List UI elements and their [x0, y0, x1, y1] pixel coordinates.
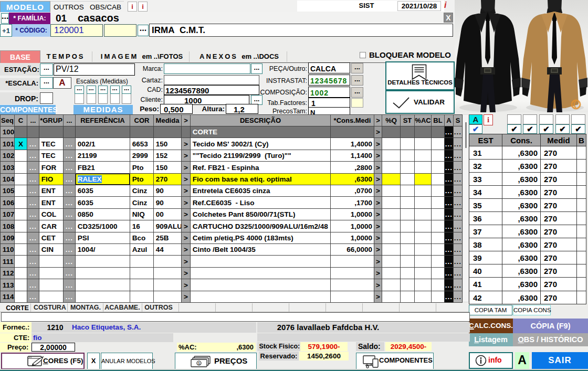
svg-text:$: $ [198, 362, 200, 365]
